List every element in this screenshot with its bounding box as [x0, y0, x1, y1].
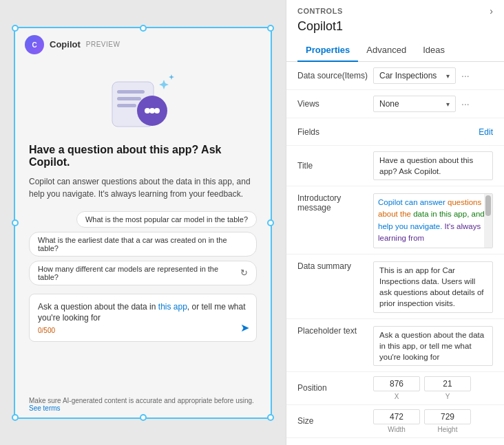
position-row: Position 876 X 21 Y — [286, 372, 504, 405]
position-y-label: Y — [445, 393, 450, 400]
data-source-dropdown[interactable]: Car Inspections ▾ — [373, 67, 456, 84]
copilot-body: Have a question about this app? Ask Copi… — [15, 61, 271, 394]
views-chevron-icon: ▾ — [446, 100, 450, 108]
size-label: Size — [297, 416, 373, 426]
position-x-field: 876 X — [373, 376, 420, 400]
properties-section: Data source(Items) Car Inspections ▾ ···… — [286, 62, 504, 438]
size-height-label: Height — [438, 426, 458, 433]
placeholder-row: Placeholder text Ask a question about th… — [286, 319, 504, 372]
handle-top-left[interactable] — [12, 25, 19, 32]
handle-mid-left[interactable] — [12, 219, 19, 226]
fields-label: Fields — [297, 127, 373, 137]
fields-row: Fields Edit — [286, 118, 504, 146]
size-width-label: Width — [388, 426, 406, 433]
tab-advanced[interactable]: Advanced — [358, 39, 414, 62]
views-label: Views — [297, 99, 373, 109]
svg-point-8 — [149, 108, 155, 113]
fields-edit-link[interactable]: Edit — [479, 127, 493, 137]
data-summary-label: Data summary — [297, 261, 373, 271]
views-more-icon[interactable]: ··· — [461, 98, 470, 109]
copilot-description: Copilot can answer questions about the d… — [29, 175, 257, 200]
placeholder-field[interactable]: Ask a question about the data in this ap… — [373, 326, 493, 366]
input-count: 0/500 — [38, 327, 248, 334]
controls-header: CONTROLS › — [286, 0, 504, 18]
data-source-row: Data source(Items) Car Inspections ▾ ··· — [286, 62, 504, 90]
copilot-title: Have a question about this app? Ask Copi… — [29, 144, 257, 169]
send-button[interactable]: ➤ — [240, 321, 249, 334]
chip-2-text: What is the earliest date that a car was… — [38, 236, 248, 252]
suggestion-chip-2[interactable]: What is the earliest date that a car was… — [29, 232, 257, 257]
intro-value: Copilot can answer questions about the d… — [373, 193, 493, 248]
preview-panel: C Copilot PREVIEW — [0, 0, 286, 445]
size-width-field: 472 Width — [373, 409, 420, 433]
copilot-input-area[interactable]: Ask a question about the data in this ap… — [29, 294, 257, 343]
chevron-right-icon[interactable]: › — [490, 6, 493, 17]
title-value: Have a question about this app? Ask Copi… — [373, 151, 493, 180]
position-inputs: 876 X 21 Y — [373, 376, 493, 400]
svg-text:C: C — [32, 41, 36, 49]
placeholder-value: Ask a question about the data in this ap… — [373, 326, 493, 366]
data-summary-value: This is an app for Car Inspections data.… — [373, 261, 493, 312]
handle-bot-left[interactable] — [12, 414, 19, 421]
data-source-more-icon[interactable]: ··· — [461, 70, 470, 81]
size-row: Size 472 Width 729 Height — [286, 405, 504, 438]
intro-text-content: Copilot can answer questions about the d… — [378, 197, 488, 244]
title-row: Title Have a question about this app? As… — [286, 146, 504, 186]
svg-rect-4 — [117, 97, 141, 100]
scroll-thumb — [485, 195, 491, 216]
refresh-icon[interactable]: ↻ — [240, 268, 248, 278]
svg-point-9 — [154, 108, 160, 113]
suggestion-chip-3[interactable]: How many different car models are repres… — [29, 261, 257, 285]
handle-top-right[interactable] — [267, 25, 274, 32]
size-inputs: 472 Width 729 Height — [373, 409, 493, 433]
handle-bot-center[interactable] — [140, 414, 147, 421]
position-x-label: X — [395, 393, 399, 400]
intro-row: Introductory message Copilot can answer … — [286, 186, 504, 254]
component-name: Copilot1 — [286, 18, 504, 39]
size-width-input[interactable]: 472 — [373, 409, 420, 424]
handle-bot-right[interactable] — [267, 414, 274, 421]
fields-value: Edit — [373, 127, 493, 137]
suggestion-chips: What is the most popular car model in th… — [29, 211, 257, 285]
input-text: Ask a question about the data in this ap… — [38, 301, 248, 325]
copilot-logo-icon: C — [25, 35, 44, 54]
title-field[interactable]: Have a question about this app? Ask Copi… — [373, 151, 493, 180]
copilot-name-label: Copilot — [50, 39, 81, 50]
handle-mid-right[interactable] — [267, 219, 274, 226]
tabs-row: Properties Advanced Ideas — [286, 39, 504, 62]
data-summary-row: Data summary This is an app for Car Insp… — [286, 254, 504, 318]
title-label: Title — [297, 161, 373, 171]
see-terms-link[interactable]: See terms — [29, 404, 61, 412]
tab-ideas[interactable]: Ideas — [414, 39, 453, 62]
svg-rect-3 — [117, 90, 145, 94]
position-y-field: 21 Y — [424, 376, 471, 400]
position-y-input[interactable]: 21 — [424, 376, 471, 391]
controls-label: CONTROLS — [297, 7, 343, 15]
copilot-illustration — [102, 68, 185, 137]
dropdown-chevron-icon: ▾ — [446, 72, 450, 80]
size-height-input[interactable]: 729 — [424, 409, 471, 424]
position-x-input[interactable]: 876 — [373, 376, 420, 391]
suggestion-chip-1[interactable]: What is the most popular car model in th… — [76, 211, 257, 228]
views-dropdown[interactable]: None ▾ — [373, 96, 456, 112]
placeholder-label: Placeholder text — [297, 326, 373, 336]
data-source-value: Car Inspections ▾ ··· — [373, 67, 493, 84]
svg-point-7 — [145, 108, 150, 113]
views-row: Views None ▾ ··· — [286, 90, 504, 118]
size-height-field: 729 Height — [424, 409, 471, 433]
chip-1-text: What is the most popular car model in th… — [85, 215, 248, 224]
intro-field[interactable]: Copilot can answer questions about the d… — [373, 193, 493, 248]
chip-3-text: How many different car models are repres… — [38, 265, 238, 281]
intro-scrollbar[interactable] — [484, 194, 492, 248]
position-label: Position — [297, 383, 373, 393]
data-source-label: Data source(Items) — [297, 71, 373, 80]
copilot-preview-badge: PREVIEW — [86, 41, 120, 48]
svg-rect-5 — [117, 104, 136, 107]
views-value: None ▾ ··· — [373, 96, 493, 112]
intro-label: Introductory message — [297, 193, 373, 213]
tab-properties[interactable]: Properties — [297, 39, 358, 62]
copilot-header: C Copilot PREVIEW — [15, 28, 271, 61]
handle-top-center[interactable] — [140, 25, 147, 32]
controls-panel: CONTROLS › Copilot1 Properties Advanced … — [286, 0, 504, 445]
data-summary-field[interactable]: This is an app for Car Inspections data.… — [373, 261, 493, 312]
